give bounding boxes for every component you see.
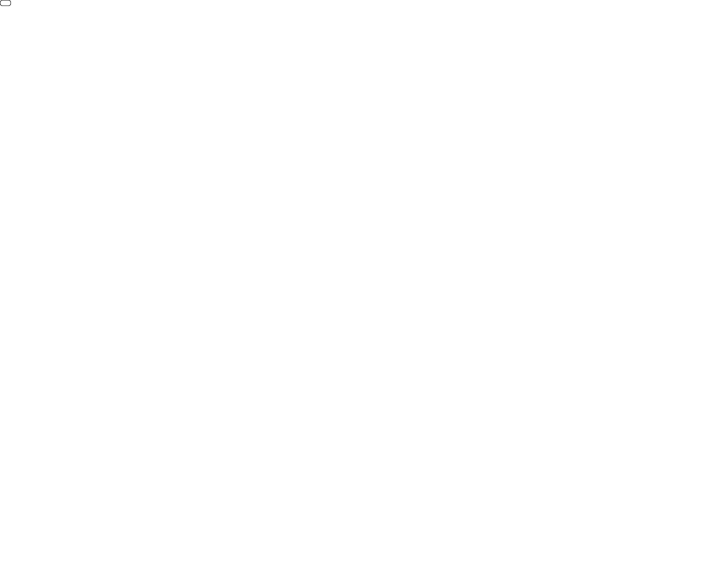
decentralized-node bbox=[0, 0, 11, 6]
